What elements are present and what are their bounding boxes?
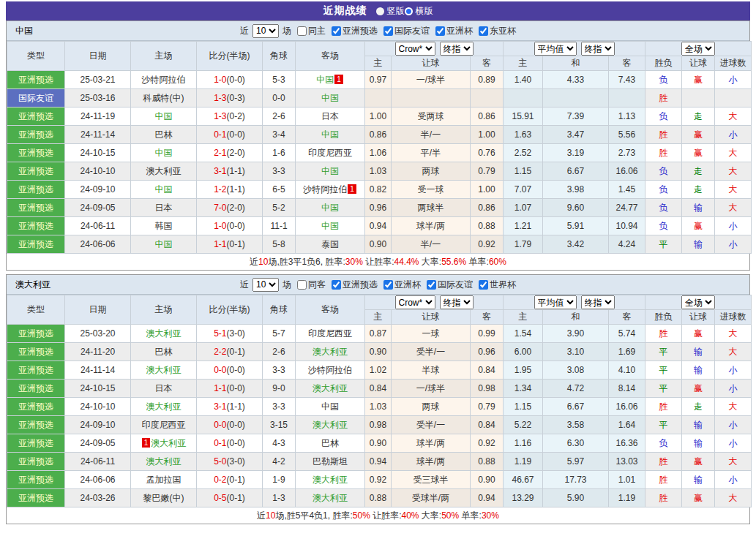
match-date: 24-10-10 <box>65 398 131 416</box>
same-venue-checkbox[interactable] <box>297 280 307 290</box>
fulltime-score: 0-1 <box>214 438 226 448</box>
team-label: 中国 <box>321 166 339 176</box>
result-winloss: 胜 <box>645 453 682 471</box>
result-goals <box>715 89 752 107</box>
avg-source-select[interactable]: 平均值 <box>534 295 577 309</box>
result-goals: 小 <box>715 235 752 254</box>
halftime-score: (1-1) <box>227 401 245 412</box>
horizontal-layout-radio[interactable]: 横版 <box>405 5 433 18</box>
halftime-score: (1-1) <box>227 184 245 195</box>
score-cell: 1-0(0-0) <box>197 71 263 89</box>
halftime-score: (0-0) <box>227 438 245 448</box>
summary-segment: 30% <box>482 510 499 521</box>
radio-label: 横版 <box>416 5 433 18</box>
league-checkbox[interactable] <box>435 26 445 36</box>
odds-index-select[interactable]: 终指 <box>440 295 474 309</box>
fulltime-score: 1-2 <box>214 184 226 195</box>
league-checkbox[interactable] <box>332 26 341 36</box>
odds-handicap: 受半/一 <box>392 416 471 434</box>
summary-segment: 大率: <box>419 510 442 521</box>
odds-handicap: 半/一 <box>392 126 471 144</box>
odds-index-select[interactable]: 终指 <box>440 42 474 56</box>
home-team: 科威特(中) <box>131 89 197 107</box>
match-row: 亚洲预选24-06-06中国1-1(0-1)5-8泰国0.90半/一0.921.… <box>7 235 752 254</box>
odds-home: 1.02 <box>365 361 392 380</box>
avg-away: 13.03 <box>609 453 645 471</box>
result-handicap: 走 <box>682 107 715 126</box>
team-label: 沙特阿拉伯 <box>308 365 352 375</box>
summary-segment: 近 <box>250 257 258 267</box>
avg-away <box>609 89 645 107</box>
odds-away: 0.88 <box>471 453 504 471</box>
away-team: 巴勒斯坦 <box>296 453 365 471</box>
result-handicap: 赢 <box>682 217 715 235</box>
summary-segment: 50% <box>353 510 370 521</box>
radio-icon <box>405 7 413 15</box>
halftime-score: (0-3) <box>227 93 245 103</box>
odds-source-select[interactable]: Crow* <box>395 42 435 56</box>
match-date: 24-09-05 <box>65 199 131 217</box>
odds-home: 0.88 <box>365 489 392 507</box>
match-row: 亚洲预选24-11-14澳大利亚0-0(0-0)3-3沙特阿拉伯1.02半球0.… <box>7 361 752 380</box>
match-date: 25-03-20 <box>65 325 131 343</box>
home-team: 中国 <box>131 235 197 254</box>
league-checkbox[interactable] <box>332 280 341 290</box>
result-goals: 大 <box>715 181 752 199</box>
avg-index-select[interactable]: 终指 <box>581 295 615 309</box>
team-label: 巴林 <box>155 347 173 357</box>
team-label: 澳大利亚 <box>312 347 348 357</box>
scope-select[interactable]: 全场 <box>681 295 715 309</box>
match-date: 24-09-10 <box>65 416 131 434</box>
league-checkbox[interactable] <box>479 280 488 290</box>
team-label: 澳大利亚 <box>146 166 181 176</box>
match-date: 24-06-11 <box>65 453 131 471</box>
corner-cell: 11-1 <box>263 217 296 235</box>
league-checkbox[interactable] <box>479 26 488 36</box>
match-date: 24-11-19 <box>65 107 131 126</box>
col-subheader-avg_home: 主 <box>504 310 543 325</box>
vertical-layout-radio[interactable]: 竖版 <box>376 5 405 18</box>
scope-select[interactable]: 全场 <box>681 42 715 56</box>
match-type: 亚洲预选 <box>7 434 65 453</box>
section-australia: 澳大利亚近10场同客亚洲预选亚洲杯国际友谊世界杯类型日期主场比分(半场)角球客场… <box>6 274 750 524</box>
result-winloss: 负 <box>645 162 682 181</box>
league-checkbox[interactable] <box>383 26 393 36</box>
odds-handicap: 一球 <box>392 325 471 343</box>
odds-handicap: 两球半 <box>392 199 471 217</box>
league-checkbox[interactable] <box>427 280 436 290</box>
odds-away: 0.86 <box>471 107 504 126</box>
col-header-date: 日期 <box>65 42 131 71</box>
summary-footer: 近10场,胜5平4负1, 胜率:50% 让胜率:40% 大率:50% 单率:30… <box>7 507 749 524</box>
match-row: 亚洲预选25-03-21沙特阿拉伯1-0(0-0)5-3中国10.97一/球半0… <box>7 71 752 89</box>
avg-home: 15.91 <box>504 107 543 126</box>
team-label: 澳大利亚 <box>146 401 181 412</box>
match-count-select[interactable]: 10 <box>252 278 279 292</box>
team-label: 澳大利亚 <box>312 383 348 393</box>
avg-home: 6.00 <box>504 343 543 361</box>
avg-source-select[interactable]: 平均值 <box>534 42 577 56</box>
team-label: 中国 <box>321 93 339 103</box>
halftime-score: (2-0) <box>227 203 245 213</box>
odds-home: 0.96 <box>365 199 392 217</box>
avg-draw: 3.10 <box>543 343 609 361</box>
league-label: 国际友谊 <box>438 279 473 291</box>
odds-home: 1.06 <box>365 144 392 162</box>
team-label: 沙特阿拉伯 <box>303 184 347 195</box>
odds-handicap: 受三球半 <box>392 471 471 489</box>
match-type: 亚洲预选 <box>7 343 65 361</box>
col-subheader-odds_away: 客 <box>471 56 504 71</box>
result-goals: 小 <box>715 71 752 89</box>
same-venue-checkbox[interactable] <box>297 26 307 36</box>
league-checkbox[interactable] <box>383 280 393 290</box>
score-cell: 2-2(0-1) <box>197 343 263 361</box>
fulltime-score: 2-1 <box>214 148 226 158</box>
result-winloss: 胜 <box>645 144 682 162</box>
odds-source-select[interactable]: Crow* <box>395 295 435 309</box>
result-goals: 小 <box>715 434 752 453</box>
odds-home: 0.82 <box>365 181 392 199</box>
odds-handicap: 一/球半 <box>392 71 471 89</box>
corner-cell: 3-3 <box>263 162 296 181</box>
avg-index-select[interactable]: 终指 <box>581 42 615 56</box>
match-count-select[interactable]: 10 <box>252 24 279 38</box>
odds-away: 0.92 <box>471 235 504 254</box>
